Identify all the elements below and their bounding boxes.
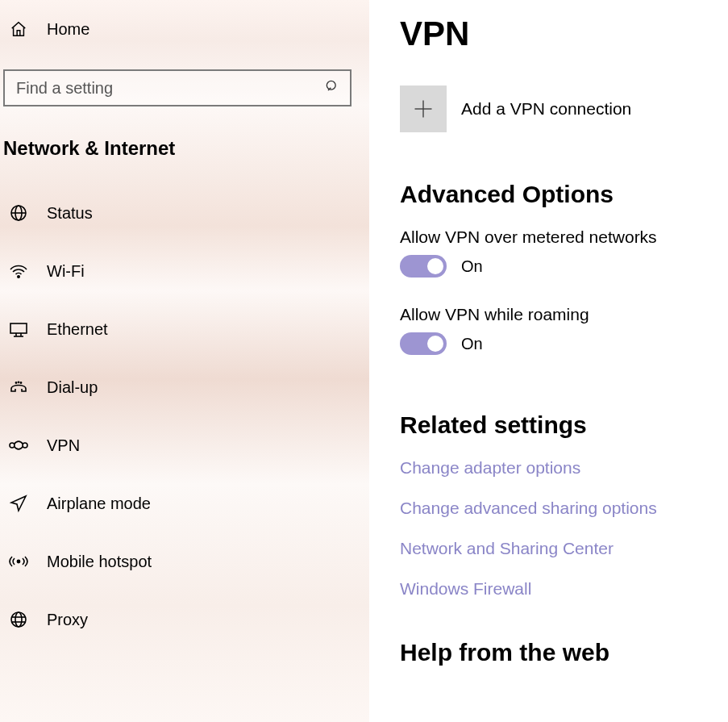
svg-point-18 (15, 612, 22, 627)
plus-icon (400, 86, 447, 132)
roaming-toggle[interactable] (400, 332, 447, 355)
sidebar-item-ethernet[interactable]: Ethernet (0, 300, 369, 358)
toggle-knob (427, 336, 443, 352)
home-icon (8, 20, 29, 38)
proxy-icon (8, 610, 29, 629)
vpn-icon (8, 437, 29, 453)
ethernet-icon (8, 321, 29, 337)
svg-point-16 (17, 560, 19, 562)
help-from-web-heading: Help from the web (400, 639, 728, 666)
search-icon (324, 78, 340, 98)
sidebar-home[interactable]: Home (0, 8, 369, 50)
svg-rect-7 (10, 323, 27, 333)
settings-sidebar: Home Network & Internet (0, 0, 371, 722)
sidebar-home-label: Home (47, 20, 89, 39)
sidebar-item-airplane[interactable]: Airplane mode (0, 474, 369, 532)
search-input[interactable] (15, 78, 324, 98)
sidebar-item-label: Wi-Fi (47, 262, 85, 281)
main-pane: VPN Add a VPN connection Advanced Option… (371, 0, 728, 722)
sidebar-item-hotspot[interactable]: Mobile hotspot (0, 532, 369, 591)
svg-point-12 (18, 382, 19, 382)
sidebar-item-label: VPN (47, 436, 80, 455)
add-vpn-button[interactable]: Add a VPN connection (400, 86, 728, 132)
sidebar-item-label: Airplane mode (47, 495, 151, 513)
wifi-icon (8, 263, 29, 279)
status-icon (8, 203, 29, 223)
svg-point-17 (11, 612, 26, 627)
sidebar-item-label: Proxy (47, 611, 88, 629)
svg-point-6 (18, 276, 19, 278)
metered-toggle-label: Allow VPN over metered networks (400, 227, 728, 247)
sidebar-item-status[interactable]: Status (0, 184, 369, 242)
dialup-icon (8, 379, 29, 395)
page-title: VPN (400, 15, 728, 53)
sidebar-item-dialup[interactable]: Dial-up (0, 358, 369, 416)
sidebar-item-label: Dial-up (47, 378, 98, 397)
metered-toggle[interactable] (400, 255, 447, 278)
sidebar-category-title: Network & Internet (0, 137, 369, 160)
roaming-toggle-label: Allow VPN while roaming (400, 305, 728, 324)
link-advanced-sharing[interactable]: Change advanced sharing options (400, 499, 728, 518)
link-adapter-options[interactable]: Change adapter options (400, 458, 728, 478)
sidebar-item-label: Mobile hotspot (47, 553, 152, 571)
sidebar-item-wifi[interactable]: Wi-Fi (0, 242, 369, 300)
roaming-toggle-state: On (461, 335, 483, 353)
search-input-container[interactable] (3, 69, 352, 106)
svg-point-0 (327, 81, 335, 90)
toggle-knob (427, 258, 443, 274)
metered-toggle-state: On (461, 257, 483, 276)
link-windows-firewall[interactable]: Windows Firewall (400, 579, 728, 599)
advanced-options-heading: Advanced Options (400, 181, 728, 208)
svg-point-13 (20, 382, 21, 383)
airplane-icon (8, 494, 29, 513)
svg-point-11 (15, 382, 16, 383)
sidebar-item-proxy[interactable]: Proxy (0, 591, 369, 649)
sidebar-item-vpn[interactable]: VPN (0, 416, 369, 474)
sidebar-item-label: Ethernet (47, 320, 108, 339)
link-network-sharing-center[interactable]: Network and Sharing Center (400, 539, 728, 558)
related-settings-heading: Related settings (400, 411, 728, 439)
sidebar-item-label: Status (47, 204, 93, 223)
add-vpn-label: Add a VPN connection (461, 99, 631, 119)
hotspot-icon (8, 553, 29, 570)
